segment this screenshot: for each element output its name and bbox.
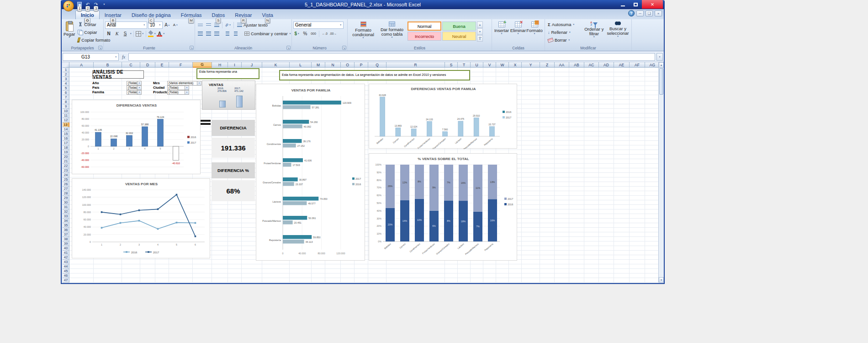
row-header-8[interactable]: 8 (63, 100, 69, 104)
insert-function-button[interactable]: fx (120, 54, 127, 59)
filter-dropdown-ciudad[interactable]: (Todas)▼ (167, 86, 189, 90)
accounting-format-button[interactable]: $▼ (293, 30, 301, 38)
find-select-button[interactable]: Buscar y seleccionar▼ (606, 21, 630, 44)
column-header-AA[interactable]: AA (555, 62, 569, 68)
row-header-17[interactable]: 17 (63, 141, 69, 145)
row-header-16[interactable]: 16 (63, 136, 69, 141)
row-header-26[interactable]: 26 (63, 182, 69, 187)
office-button[interactable] (63, 0, 74, 11)
decrease-decimal-button[interactable]: .00→ (329, 30, 337, 38)
column-header-P[interactable]: P (355, 62, 368, 68)
row-header-46[interactable]: 46 (63, 273, 69, 278)
column-header-D[interactable]: D (140, 62, 155, 68)
dialog-launcher-icon[interactable]: ↘ (342, 46, 346, 50)
column-header-J[interactable]: J (242, 62, 262, 68)
fill-color-button[interactable]: ▼ (148, 30, 156, 38)
align-middle-button[interactable] (205, 21, 212, 29)
column-header-C[interactable]: C (122, 62, 140, 68)
workbook-restore-button[interactable]: ❏ (646, 11, 653, 16)
cell-style-buena[interactable]: Buena (442, 21, 476, 31)
column-header-L[interactable]: L (290, 62, 312, 68)
row-header-38[interactable]: 38 (63, 237, 69, 241)
column-header-N[interactable]: N (325, 62, 341, 68)
row-header-42[interactable]: 42 (63, 255, 69, 260)
column-header-AB[interactable]: AB (569, 62, 584, 68)
workbook-close-button[interactable]: × (655, 11, 662, 16)
row-header-14[interactable]: 14 (63, 127, 69, 132)
scroll-down-button[interactable]: ▼ (659, 277, 664, 283)
dialog-launcher-icon[interactable]: ↘ (190, 46, 194, 50)
orientation-button[interactable]: ab▼ (224, 21, 232, 29)
row-header-12[interactable]: 12 (63, 118, 69, 123)
italic-button[interactable]: K (113, 30, 121, 38)
row-header-36[interactable]: 36 (63, 228, 69, 232)
column-header-Q[interactable]: Q (368, 62, 386, 68)
chart-ventas-por-mes[interactable]: VENTAS POR MES140.000120.000100.00080.00… (72, 178, 210, 258)
align-center-button[interactable] (205, 30, 212, 38)
column-header-X[interactable]: X (509, 62, 522, 68)
equals-shape-top[interactable] (201, 120, 211, 122)
select-all-corner[interactable] (63, 62, 69, 68)
row-header-31[interactable]: 31 (63, 205, 69, 209)
gallery-down-button[interactable]: ▼ (477, 28, 483, 35)
column-header-B[interactable]: B (94, 62, 122, 68)
borders-button[interactable]: ▼ (136, 30, 143, 38)
chevron-down-icon[interactable]: ▼ (130, 32, 132, 35)
help-button[interactable]: ? (628, 10, 635, 16)
column-header-E[interactable]: E (155, 62, 169, 68)
equals-shape-bottom[interactable] (201, 123, 211, 125)
conditional-formatting-button[interactable]: Formato condicional▼ (349, 21, 377, 44)
tab-revisar[interactable]: RevisarR (230, 11, 257, 19)
chevron-down-icon[interactable]: ▼ (185, 91, 189, 94)
row-header-34[interactable]: 34 (63, 219, 69, 223)
chart-diferencias-ventas[interactable]: DIFERENCIAS VENTAS100.00080.00060.00040.… (72, 100, 201, 174)
row-header-47[interactable]: 47 (63, 278, 69, 283)
column-header-K[interactable]: K (262, 62, 290, 68)
tab-insertar[interactable]: InsertarB (100, 11, 127, 19)
insertar-cells-button[interactable]: +Insertar▼ (493, 21, 510, 44)
formula-input[interactable] (128, 53, 655, 61)
row-header-28[interactable]: 28 (63, 191, 69, 196)
align-right-button[interactable] (213, 30, 220, 38)
chevron-down-icon[interactable]: ▼ (137, 91, 141, 94)
row-header-15[interactable]: 15 (63, 132, 69, 136)
merge-center-button[interactable]: Combinar y centrar▼ (243, 30, 292, 38)
column-header-F[interactable]: F (169, 62, 193, 68)
tab-f-rmulas[interactable]: FórmulasM (176, 11, 207, 19)
align-top-button[interactable] (196, 21, 204, 29)
row-header-18[interactable]: 18 (63, 145, 69, 150)
comma-style-button[interactable]: 000 (310, 30, 317, 38)
diferencia-header[interactable]: DIFERENCIA (212, 120, 255, 136)
cell-style-incorrecto[interactable]: Incorrecto (408, 32, 441, 41)
note-shape-small[interactable]: Esta forma representa una (196, 68, 259, 79)
chevron-down-icon[interactable]: ▼ (185, 86, 189, 90)
row-header-44[interactable]: 44 (63, 264, 69, 269)
row-header-23[interactable]: 23 (63, 168, 69, 173)
column-header-V[interactable]: V (483, 62, 496, 68)
column-header-AG[interactable]: AG (645, 62, 658, 68)
bold-button[interactable]: N (105, 30, 112, 38)
column-header-T[interactable]: T (458, 62, 471, 68)
fill-button[interactable]: ↓Rellenar▼ (546, 28, 582, 36)
row-header-22[interactable]: 22 (63, 164, 69, 168)
row-header-24[interactable]: 24 (63, 173, 69, 177)
row-header-32[interactable]: 32 (63, 209, 69, 214)
column-header-Y[interactable]: Y (522, 62, 540, 68)
column-header-AD[interactable]: AD (599, 62, 614, 68)
row-header-13[interactable]: 13 (63, 123, 69, 127)
formula-bar-expand-button[interactable]: ▼ (656, 53, 663, 61)
row-header-43[interactable]: 43 (63, 260, 69, 264)
cell-style-normal[interactable]: Normal (408, 21, 441, 31)
decrease-indent-button[interactable] (224, 30, 231, 38)
row-header-27[interactable]: 27 (63, 187, 69, 191)
row-header-29[interactable]: 29 (63, 196, 69, 200)
row-header-37[interactable]: 37 (63, 232, 69, 237)
qat-dropdown-button[interactable]: ▼ (101, 1, 107, 7)
tab-datos[interactable]: DatosS (207, 11, 230, 19)
underline-button[interactable]: S (122, 30, 129, 38)
workbook-minimize-button[interactable]: ─ (636, 11, 644, 16)
column-header-A[interactable]: A (69, 62, 94, 68)
name-box[interactable]: G13▼ (63, 53, 119, 61)
row-header-7[interactable]: 7 (63, 95, 69, 100)
row-header-5[interactable]: 5 (63, 86, 69, 91)
